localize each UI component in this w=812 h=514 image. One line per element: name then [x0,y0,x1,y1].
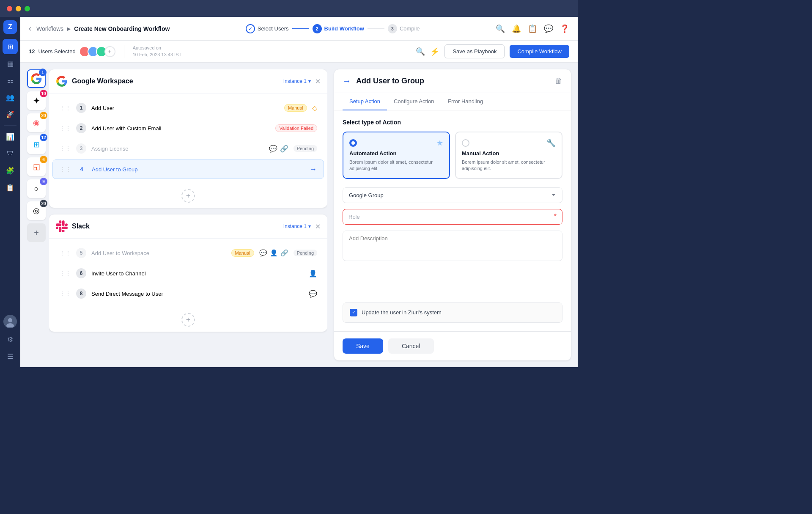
panel-delete-button[interactable]: 🗑 [555,77,562,85]
action-item[interactable]: ⋮⋮ 1 Add User Manual ◇ [52,99,324,117]
drag-handle[interactable]: ⋮⋮ [59,270,71,277]
integration-analytics[interactable]: ○ 9 [27,179,46,198]
arrow-icon: → [309,165,317,174]
traffic-light-yellow[interactable] [16,6,21,11]
step-2-circle: 2 [313,24,322,33]
checkbox-row[interactable]: ✓ Update the user in Zluri's system [343,302,562,323]
sidebar-item-puzzle[interactable]: 🧩 [3,163,18,178]
toolbar: 12 Users Selected + Autosaved on 10 Feb,… [20,41,578,63]
search-nav-icon[interactable]: 🔍 [496,24,505,33]
description-textarea[interactable] [343,231,562,261]
breadcrumb-parent[interactable]: Workflows [36,25,63,32]
message-icon[interactable]: 💬 [544,24,553,33]
sidebar-item-shield[interactable]: 🛡 [3,146,18,161]
sidebar-item-users[interactable]: 👥 [3,90,18,105]
integration-circle[interactable]: ◎ 20 [27,201,46,220]
back-button[interactable]: ‹ [29,24,31,33]
step-select-users[interactable]: ✓ Select Users [246,24,289,33]
integration-asana[interactable]: ◉ 20 [27,113,46,132]
action-item[interactable]: ⋮⋮ 5 Add User to Workspace Manual 💬 👤 🔗 … [52,244,324,262]
sidebar-item-list[interactable]: 📋 [3,180,18,195]
windows-icon: ⊞ [33,140,40,149]
panel-save-button[interactable]: Save [343,338,383,354]
sidebar-logo[interactable]: Z [3,20,17,34]
sidebar-item-menu[interactable]: ☰ [3,349,18,364]
integration-figma[interactable]: ◱ 6 [27,157,46,176]
badge-manual: Manual [231,249,254,257]
action-item[interactable]: ⋮⋮ 6 Invite User to Channel 👤 [52,264,324,283]
action-item-active[interactable]: ⋮⋮ 4 Add User to Group → [52,159,324,179]
manual-action-header: 🔧 [462,138,556,148]
integration-windows[interactable]: ⊞ 12 [27,135,46,154]
automated-action-card[interactable]: ★ Automated Action Borem ipsum dolor sit… [343,132,450,179]
save-playbook-button[interactable]: Save as Playbook [444,44,505,58]
step-compile[interactable]: 3 Compile [388,24,420,33]
drag-handle[interactable]: ⋮⋮ [60,166,71,173]
slack-block-close[interactable]: ✕ [315,223,321,231]
drag-handle[interactable]: ⋮⋮ [59,125,71,132]
bell-icon[interactable]: 🔔 [512,24,521,33]
circle-badge: 20 [40,200,47,207]
add-google-action[interactable]: + [49,184,327,208]
traffic-light-red[interactable] [7,6,12,11]
window-chrome [0,0,578,17]
role-field: Role * [343,209,562,225]
role-input[interactable] [343,209,562,225]
clipboard-icon[interactable]: 📋 [528,24,537,33]
drag-handle[interactable]: ⋮⋮ [59,104,71,111]
sidebar-item-apps[interactable]: ⚏ [3,73,18,88]
integration-google[interactable]: 1 [27,69,46,88]
google-block-close[interactable]: ✕ [315,77,321,85]
traffic-light-green[interactable] [25,6,30,11]
action-number: 4 [77,164,87,174]
action-item[interactable]: ⋮⋮ 8 Send Direct Message to User 💬 [52,284,324,303]
badge-validation-failed: Validation Failed [275,124,317,132]
action-name: Add User [91,105,279,111]
drag-handle[interactable]: ⋮⋮ [59,250,71,256]
action-item[interactable]: ⋮⋮ 2 Add User with Custom Email Validati… [52,119,324,137]
help-icon[interactable]: ❓ [560,24,569,33]
person-add-icon: 👤 [309,269,317,278]
add-slack-action[interactable]: + [49,308,327,332]
manual-radio[interactable] [462,139,469,147]
compile-workflow-button[interactable]: Compile Workflow [510,45,569,58]
action-name: Add User to Workspace [91,250,226,256]
autosaved-date: 10 Feb, 2023 13:43 IST [133,52,182,58]
tab-setup-action[interactable]: Setup Action [343,93,387,110]
panel-arrow-icon: → [343,76,351,86]
add-action-circle[interactable]: + [181,189,195,203]
drag-handle[interactable]: ⋮⋮ [59,290,71,297]
sidebar-item-settings[interactable]: ⚙ [3,332,18,347]
toolbar-search-button[interactable]: 🔍 [416,47,425,56]
action-name: Invite User to Channel [91,270,195,277]
sidebar-item-rocket[interactable]: 🚀 [3,107,18,122]
action-item[interactable]: ⋮⋮ 3 Assign License 💬 🔗 Pending [52,139,324,158]
toolbar-filter-button[interactable]: ⚡ [430,47,439,56]
manual-action-card[interactable]: 🔧 Manual Action Borem ipsum dolor sit am… [455,132,562,179]
breadcrumb-separator: ▶ [67,26,71,32]
google-group-select[interactable]: Google Group [343,187,562,203]
sidebar-avatar[interactable] [3,315,17,328]
integration-slack[interactable]: ✦ 10 [27,91,46,110]
google-workspace-title: Google Workspace [72,77,279,85]
avatar-add[interactable]: + [104,46,115,57]
add-action-circle[interactable]: + [181,313,195,327]
analytics-icon: ○ [34,184,39,193]
add-integration-button[interactable]: + [27,223,46,242]
panel-cancel-button[interactable]: Cancel [388,338,434,354]
sidebar-item-table[interactable]: ▦ [3,56,18,71]
drag-handle[interactable]: ⋮⋮ [59,145,71,152]
tab-configure-action[interactable]: Configure Action [387,93,441,110]
sidebar: Z ⊞ ▦ ⚏ 👥 🚀 📊 🛡 🧩 📋 ⚙ ☰ [0,17,20,367]
step-build-workflow[interactable]: 2 Build Workflow [313,24,364,33]
integration-list: 1 ✦ 10 ◉ 20 ⊞ 12 ◱ 6 [27,69,46,360]
checkbox-checked[interactable]: ✓ [350,309,357,316]
automated-radio[interactable] [349,139,357,147]
google-instance-selector[interactable]: Instance 1 ▾ [283,78,311,84]
tab-error-handling[interactable]: Error Handling [441,93,490,110]
chat-icon: 💬 [259,249,267,257]
slack-instance-selector[interactable]: Instance 1 ▾ [283,223,311,229]
sidebar-item-chart[interactable]: 📊 [3,129,18,144]
sidebar-item-grid[interactable]: ⊞ [3,39,18,54]
action-icons: ◇ [312,104,317,112]
